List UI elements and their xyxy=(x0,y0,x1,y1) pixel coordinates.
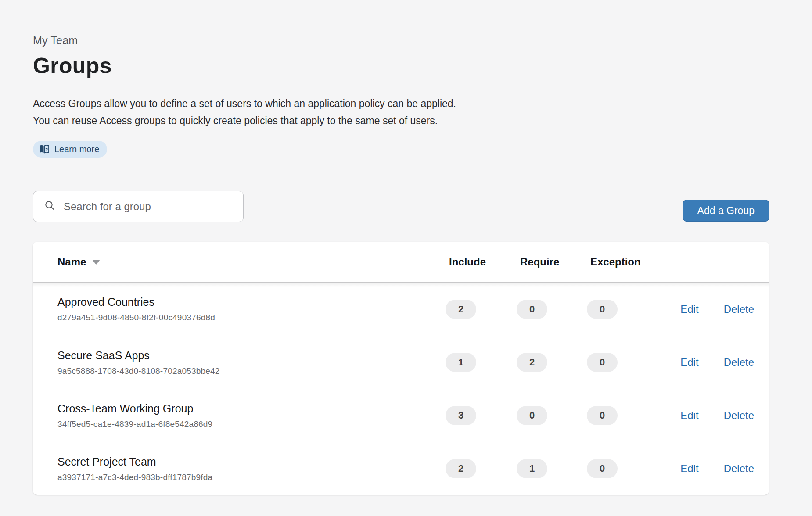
cell-require: 1 xyxy=(517,459,587,478)
group-name: Secret Project Team xyxy=(57,455,212,468)
cell-actions: Edit Delete xyxy=(662,459,769,479)
group-name: Cross-Team Working Group xyxy=(57,402,212,415)
group-id: d279a451-9d08-4850-8f2f-00c490376d8d xyxy=(57,313,215,322)
include-column-header: Include xyxy=(446,256,486,268)
group-id: 9a5c5888-1708-43d0-8108-702a053bbe42 xyxy=(57,366,220,376)
delete-button[interactable]: Delete xyxy=(724,462,754,475)
group-name: Approved Countries xyxy=(57,296,215,308)
group-id: a3937171-a7c3-4ded-983b-dff1787b9fda xyxy=(57,473,212,482)
cell-name: Approved Countries d279a451-9d08-4850-8f… xyxy=(33,296,446,322)
header-cell-exception: Exception xyxy=(587,256,662,268)
cell-require: 0 xyxy=(517,406,587,425)
action-divider xyxy=(711,405,711,426)
open-book-icon xyxy=(39,145,49,154)
exception-count-badge: 0 xyxy=(587,406,618,425)
groups-table: Name Include Require Exception Approved … xyxy=(33,242,769,495)
header-cell-include: Include xyxy=(446,256,517,268)
cell-name: Secret Project Team a3937171-a7c3-4ded-9… xyxy=(33,455,446,482)
name-column-header: Name xyxy=(57,256,86,268)
header-cell-name: Name xyxy=(33,256,446,268)
cell-name: Cross-Team Working Group 34ff5ed5-ca1e-4… xyxy=(33,402,446,429)
require-count-badge: 0 xyxy=(517,300,547,319)
exception-count-badge: 0 xyxy=(587,300,618,319)
include-count-badge: 2 xyxy=(446,300,476,319)
table-row: Secret Project Team a3937171-a7c3-4ded-9… xyxy=(33,442,769,495)
delete-button[interactable]: Delete xyxy=(724,409,754,422)
cell-include: 2 xyxy=(446,459,517,478)
cell-require: 2 xyxy=(517,353,587,372)
table-row: Cross-Team Working Group 34ff5ed5-ca1e-4… xyxy=(33,389,769,442)
include-count-badge: 1 xyxy=(446,353,476,372)
description-line-1: Access Groups allow you to define a set … xyxy=(33,95,769,112)
group-id: 34ff5ed5-ca1e-4839-ad1a-6f8e542a86d9 xyxy=(57,419,212,429)
breadcrumb: My Team xyxy=(33,34,769,47)
add-group-button[interactable]: Add a Group xyxy=(683,200,769,222)
cell-exception: 0 xyxy=(587,300,662,319)
delete-button[interactable]: Delete xyxy=(724,356,754,369)
exception-column-header: Exception xyxy=(587,256,641,268)
cell-exception: 0 xyxy=(587,459,662,478)
edit-button[interactable]: Edit xyxy=(680,409,698,422)
require-count-badge: 0 xyxy=(517,406,547,425)
description-line-2: You can reuse Access groups to quickly c… xyxy=(33,112,769,129)
cell-name: Secure SaaS Apps 9a5c5888-1708-43d0-8108… xyxy=(33,349,446,376)
action-divider xyxy=(711,352,711,373)
cell-actions: Edit Delete xyxy=(662,405,769,426)
cell-include: 1 xyxy=(446,353,517,372)
page-description: Access Groups allow you to define a set … xyxy=(33,95,769,129)
cell-actions: Edit Delete xyxy=(662,299,769,319)
include-count-badge: 2 xyxy=(446,459,476,478)
cell-include: 3 xyxy=(446,406,517,425)
learn-more-button[interactable]: Learn more xyxy=(33,141,107,158)
header-cell-require: Require xyxy=(517,256,587,268)
action-divider xyxy=(711,459,711,479)
action-divider xyxy=(711,299,711,319)
cell-include: 2 xyxy=(446,300,517,319)
exception-count-badge: 0 xyxy=(587,353,618,372)
require-count-badge: 1 xyxy=(517,459,547,478)
learn-more-label: Learn more xyxy=(54,144,99,154)
search-icon xyxy=(44,200,56,213)
edit-button[interactable]: Edit xyxy=(680,303,698,315)
require-column-header: Require xyxy=(517,256,559,268)
table-row: Secure SaaS Apps 9a5c5888-1708-43d0-8108… xyxy=(33,336,769,389)
page-title: Groups xyxy=(33,53,769,79)
delete-button[interactable]: Delete xyxy=(724,303,754,315)
group-search-box[interactable] xyxy=(33,191,244,222)
group-name: Secure SaaS Apps xyxy=(57,349,220,362)
cell-actions: Edit Delete xyxy=(662,352,769,373)
cell-exception: 0 xyxy=(587,406,662,425)
sort-triangle-down-icon[interactable] xyxy=(92,260,100,265)
edit-button[interactable]: Edit xyxy=(680,356,698,369)
cell-exception: 0 xyxy=(587,353,662,372)
include-count-badge: 3 xyxy=(446,406,476,425)
toolbar: Add a Group xyxy=(33,191,769,222)
table-header-row: Name Include Require Exception xyxy=(33,242,769,283)
table-row: Approved Countries d279a451-9d08-4850-8f… xyxy=(33,283,769,336)
table-body: Approved Countries d279a451-9d08-4850-8f… xyxy=(33,283,769,495)
cell-require: 0 xyxy=(517,300,587,319)
edit-button[interactable]: Edit xyxy=(680,462,698,475)
exception-count-badge: 0 xyxy=(587,459,618,478)
search-input[interactable] xyxy=(64,191,234,222)
page-content: My Team Groups Access Groups allow you t… xyxy=(33,0,769,495)
require-count-badge: 2 xyxy=(517,353,547,372)
